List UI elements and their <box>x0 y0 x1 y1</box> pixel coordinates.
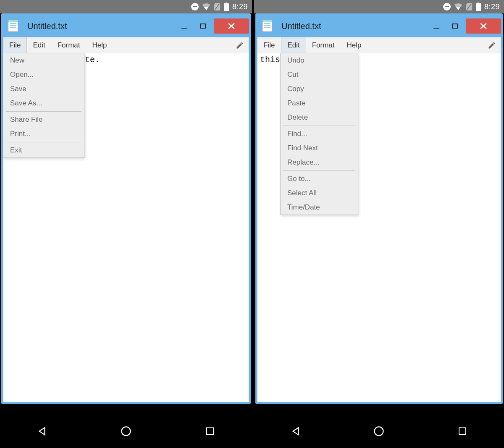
menu-bar: File Edit Format Help <box>257 37 501 53</box>
edit-menu-item-go-to[interactable]: Go to... <box>281 172 358 186</box>
edit-menu-item-undo[interactable]: Undo <box>281 53 358 68</box>
file-menu-separator <box>6 142 81 142</box>
menu-format[interactable]: Format <box>52 37 87 53</box>
edit-menu-item-replace[interactable]: Replace... <box>281 155 358 170</box>
edit-dropdown: UndoCutCopyPasteDeleteFind...Find NextRe… <box>280 53 358 215</box>
edit-menu-separator <box>283 170 355 171</box>
file-menu-item-exit[interactable]: Exit <box>3 143 84 157</box>
no-sim-icon <box>214 3 220 10</box>
visible-text: te. <box>85 55 100 65</box>
edit-mode-icon[interactable] <box>483 37 501 53</box>
visible-text: this <box>260 55 280 65</box>
maximize-button[interactable] <box>194 18 212 34</box>
close-button[interactable] <box>466 18 501 34</box>
notepad-icon <box>8 20 18 32</box>
editor-frame: File Edit Format Help this UndoCutCopyPa… <box>257 37 501 402</box>
status-bar: 8:29 <box>254 0 504 13</box>
edit-menu-item-find-next[interactable]: Find Next <box>281 141 358 155</box>
file-menu-item-save-as[interactable]: Save As... <box>3 96 84 110</box>
status-icons: 8:29 <box>191 3 248 11</box>
svg-rect-9 <box>478 3 479 3</box>
app-window: Untitled.txt File Edit Format Help <box>255 13 503 404</box>
window-title: Untitled.txt <box>281 21 427 31</box>
file-menu-item-new[interactable]: New <box>3 53 84 68</box>
nav-bar <box>0 414 252 448</box>
window-title: Untitled.txt <box>27 21 175 31</box>
menu-bar: File Edit Format Help <box>3 37 249 53</box>
phone-right: 8:29 Untitled.txt File Edit F <box>252 0 504 448</box>
wifi-icon <box>202 3 210 10</box>
no-sim-icon <box>466 3 472 10</box>
nav-recent-button[interactable] <box>454 423 471 440</box>
file-menu-item-print[interactable]: Print... <box>3 127 84 141</box>
edit-mode-icon[interactable] <box>231 37 249 53</box>
file-dropdown: NewOpen...SaveSave As...Share FilePrint.… <box>3 53 84 158</box>
nav-home-button[interactable] <box>370 423 387 440</box>
status-bar: 8:29 <box>0 0 252 13</box>
file-menu-item-share-file[interactable]: Share File <box>3 113 84 127</box>
menu-format[interactable]: Format <box>306 37 341 53</box>
minimize-button[interactable] <box>175 18 194 34</box>
phone-left: 8:29 Untitled.txt File Edit F <box>0 0 252 448</box>
svg-rect-2 <box>226 3 227 3</box>
notepad-icon <box>262 20 272 32</box>
nav-recent-button[interactable] <box>202 423 218 440</box>
edit-menu-separator <box>283 126 355 126</box>
nav-home-button[interactable] <box>118 423 134 440</box>
menu-edit[interactable]: Edit <box>27 37 51 53</box>
menu-help[interactable]: Help <box>341 37 368 53</box>
menu-edit[interactable]: Edit <box>281 37 306 53</box>
wifi-icon <box>454 3 462 10</box>
svg-rect-8 <box>476 3 481 11</box>
file-menu-separator <box>6 111 81 112</box>
file-menu-item-open[interactable]: Open... <box>3 68 84 82</box>
minimize-button[interactable] <box>427 18 446 34</box>
status-icons: 8:29 <box>443 3 500 11</box>
maximize-button[interactable] <box>446 18 464 34</box>
editor-frame: File Edit Format Help te. NewOpen...Save… <box>3 37 249 402</box>
edit-menu-item-select-all[interactable]: Select All <box>281 186 358 200</box>
menu-file[interactable]: File <box>257 37 281 53</box>
menu-help[interactable]: Help <box>87 37 113 53</box>
do-not-disturb-icon <box>443 3 451 10</box>
status-time: 8:29 <box>232 3 248 11</box>
nav-back-button[interactable] <box>287 423 304 440</box>
battery-icon <box>224 3 229 11</box>
edit-menu-item-delete[interactable]: Delete <box>281 110 358 125</box>
edit-menu-item-copy[interactable]: Copy <box>281 82 358 96</box>
status-time: 8:29 <box>484 3 500 11</box>
close-button[interactable] <box>214 18 249 34</box>
edit-menu-item-time-date[interactable]: Time/Date <box>281 200 358 215</box>
svg-rect-1 <box>224 3 229 11</box>
do-not-disturb-icon <box>191 3 199 10</box>
edit-menu-item-cut[interactable]: Cut <box>281 68 358 82</box>
file-menu-item-save[interactable]: Save <box>3 82 84 96</box>
app-window: Untitled.txt File Edit Format Help <box>1 13 251 404</box>
svg-rect-13 <box>459 428 466 435</box>
svg-rect-6 <box>207 428 213 435</box>
menu-file[interactable]: File <box>3 37 27 53</box>
nav-bar <box>254 414 504 448</box>
nav-back-button[interactable] <box>34 423 50 440</box>
battery-icon <box>476 3 481 11</box>
svg-point-5 <box>122 427 131 436</box>
title-bar[interactable]: Untitled.txt <box>257 15 501 37</box>
title-bar[interactable]: Untitled.txt <box>3 15 249 37</box>
edit-menu-item-paste[interactable]: Paste <box>281 96 358 110</box>
svg-point-12 <box>375 427 383 436</box>
edit-menu-item-find[interactable]: Find... <box>281 127 358 141</box>
